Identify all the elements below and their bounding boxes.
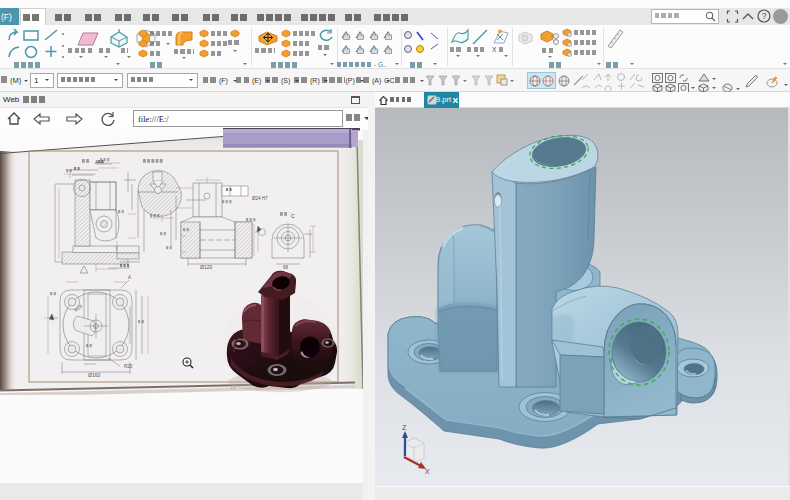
svg-text:C: C	[291, 213, 295, 219]
svg-text:A: A	[128, 275, 131, 280]
svg-text:X: X	[425, 468, 430, 475]
svg-text:Z: Z	[402, 424, 407, 431]
svg-text:R20: R20	[124, 364, 133, 369]
svg-text:Ø24 H7: Ø24 H7	[252, 196, 268, 201]
svg-text:Ø160: Ø160	[88, 372, 100, 378]
svg-text:68: 68	[283, 265, 289, 270]
svg-text:?: ?	[762, 11, 767, 21]
svg-text:Ø120: Ø120	[200, 264, 212, 270]
